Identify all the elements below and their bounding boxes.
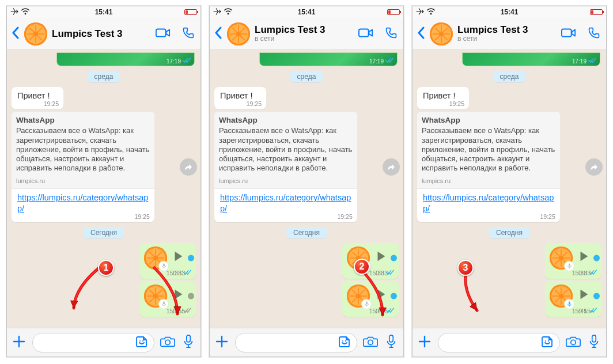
video-call-button[interactable] bbox=[156, 26, 171, 41]
message-time: 15:41 bbox=[167, 308, 191, 316]
message-time: 19:25 bbox=[44, 100, 59, 108]
message-time: 19:25 bbox=[540, 213, 555, 221]
back-button[interactable] bbox=[12, 26, 20, 42]
outgoing-voice-message[interactable]: 0:55 15:41 bbox=[545, 281, 601, 317]
back-button[interactable] bbox=[214, 26, 222, 42]
svg-point-41 bbox=[345, 340, 346, 342]
link-url[interactable]: https://lumpics.ru/category/whatsapp/ bbox=[220, 193, 351, 213]
back-button[interactable] bbox=[417, 26, 425, 42]
date-separator: Сегодня bbox=[286, 227, 327, 238]
attach-button[interactable] bbox=[417, 334, 432, 351]
forward-button[interactable] bbox=[383, 158, 400, 176]
link-preview-card[interactable]: WhatsApp Рассказываем все о WatsApp: как… bbox=[12, 112, 154, 189]
voice-scrubber[interactable] bbox=[593, 293, 600, 299]
message-input[interactable] bbox=[235, 333, 357, 352]
ios-status-bar: 15:41 bbox=[413, 6, 606, 18]
svg-point-23 bbox=[228, 13, 229, 14]
incoming-link-bubble[interactable]: WhatsApp Рассказываем все о WatsApp: как… bbox=[417, 112, 560, 222]
play-button[interactable] bbox=[172, 250, 184, 266]
contact-avatar[interactable] bbox=[430, 22, 453, 46]
outgoing-voice-message[interactable]: 0:33 15:38 bbox=[545, 243, 601, 279]
play-button[interactable] bbox=[374, 250, 387, 266]
outgoing-image-cropped[interactable]: 17:19 bbox=[56, 52, 195, 66]
attach-button[interactable] bbox=[214, 334, 229, 351]
message-input[interactable] bbox=[438, 333, 560, 352]
mic-record-button[interactable] bbox=[586, 334, 601, 351]
message-input[interactable] bbox=[32, 333, 154, 352]
svg-rect-50 bbox=[562, 29, 572, 37]
camera-button[interactable] bbox=[566, 334, 581, 351]
message-time: 19:25 bbox=[247, 100, 262, 108]
attach-button[interactable] bbox=[12, 334, 27, 351]
sticker-button[interactable] bbox=[338, 335, 351, 350]
incoming-link-bubble[interactable]: WhatsApp Рассказываем все о WatsApp: как… bbox=[214, 112, 357, 222]
svg-point-40 bbox=[342, 340, 343, 342]
link-url[interactable]: https://lumpics.ru/category/whatsapp/ bbox=[17, 193, 148, 213]
svg-rect-31 bbox=[366, 264, 368, 267]
outgoing-image-cropped[interactable]: 17:19 bbox=[259, 52, 398, 66]
camera-button[interactable] bbox=[160, 334, 175, 351]
play-button[interactable] bbox=[374, 288, 387, 304]
mic-record-button[interactable] bbox=[181, 334, 196, 351]
contact-title-block[interactable]: Lumpics Test 3 bbox=[52, 28, 151, 40]
message-text: Привет ! bbox=[220, 91, 252, 100]
outgoing-voice-message[interactable]: 0:33 15:38 bbox=[139, 243, 196, 279]
link-preview-card[interactable]: WhatsApp Рассказываем все о WatsApp: как… bbox=[214, 112, 357, 189]
message-text: Привет ! bbox=[17, 91, 50, 100]
sticker-button[interactable] bbox=[135, 335, 148, 350]
link-preview-card[interactable]: WhatsApp Рассказываем все о WatsApp: как… bbox=[417, 112, 560, 189]
outgoing-voice-message[interactable]: 0:55 15:41 bbox=[139, 281, 196, 317]
outgoing-voice-message[interactable]: 0:55 15:41 bbox=[342, 281, 399, 317]
chat-body[interactable]: 17:19 среда Привет ! 19:25 WhatsApp Расс… bbox=[7, 50, 200, 328]
link-preview-description: Рассказываем все о WatsApp: как зарегист… bbox=[219, 126, 353, 173]
voice-avatar bbox=[550, 285, 573, 308]
voice-call-button[interactable] bbox=[586, 26, 601, 41]
contact-title-block[interactable]: Lumpics Test 3 в сети bbox=[255, 24, 354, 43]
contact-title-block[interactable]: Lumpics Test 3 в сети bbox=[457, 24, 557, 43]
forward-button[interactable] bbox=[180, 158, 197, 176]
chat-header: Lumpics Test 3 в сети bbox=[210, 18, 403, 50]
link-preview-domain: lumpics.ru bbox=[422, 177, 555, 185]
svg-point-49 bbox=[439, 32, 444, 36]
forward-button[interactable] bbox=[585, 158, 603, 176]
voice-scrubber[interactable] bbox=[188, 255, 194, 261]
chat-body[interactable]: 17:19 среда Привет ! 19:25 WhatsApp Расс… bbox=[210, 50, 403, 328]
svg-point-12 bbox=[153, 294, 158, 298]
date-separator: среда bbox=[493, 71, 526, 82]
wifi-icon bbox=[224, 8, 233, 17]
play-button[interactable] bbox=[577, 288, 590, 304]
sticker-button[interactable] bbox=[541, 335, 554, 350]
incoming-text-bubble[interactable]: Привет ! 19:25 bbox=[214, 87, 266, 109]
link-url[interactable]: https://lumpics.ru/category/whatsapp/ bbox=[423, 193, 554, 213]
voice-scrubber[interactable] bbox=[391, 293, 397, 299]
outgoing-voice-message[interactable]: 0:33 15:38 bbox=[342, 243, 399, 279]
voice-avatar bbox=[347, 247, 370, 270]
contact-avatar[interactable] bbox=[227, 22, 250, 46]
chat-body[interactable]: 17:19 среда Привет ! 19:25 WhatsApp Расс… bbox=[413, 50, 606, 328]
voice-scrubber[interactable] bbox=[391, 255, 397, 261]
incoming-text-bubble[interactable]: Привет ! 19:25 bbox=[417, 87, 469, 109]
video-call-button[interactable] bbox=[561, 26, 576, 41]
voice-scrubber[interactable] bbox=[188, 293, 194, 299]
svg-point-19 bbox=[165, 340, 170, 344]
clock: 15:41 bbox=[298, 8, 316, 16]
play-button[interactable] bbox=[172, 288, 184, 304]
mic-record-button[interactable] bbox=[384, 334, 399, 351]
outgoing-image-cropped[interactable]: 17:19 bbox=[462, 52, 600, 66]
voice-scrubber[interactable] bbox=[593, 255, 600, 261]
voice-call-button[interactable] bbox=[181, 26, 196, 41]
voice-call-button[interactable] bbox=[384, 26, 399, 41]
incoming-text-bubble[interactable]: Привет ! 19:25 bbox=[12, 87, 63, 109]
incoming-link-bubble[interactable]: WhatsApp Рассказываем все о WatsApp: как… bbox=[12, 112, 154, 222]
camera-button[interactable] bbox=[363, 334, 378, 351]
svg-rect-4 bbox=[156, 29, 166, 37]
clock: 15:41 bbox=[501, 8, 519, 16]
airplane-mode-icon bbox=[213, 8, 221, 17]
play-button[interactable] bbox=[577, 250, 590, 266]
video-call-button[interactable] bbox=[358, 26, 373, 41]
date-separator: Сегодня bbox=[489, 227, 529, 238]
svg-rect-36 bbox=[366, 302, 368, 305]
voice-avatar bbox=[144, 285, 167, 308]
contact-avatar[interactable] bbox=[24, 22, 47, 46]
ios-status-bar: 15:41 bbox=[7, 6, 200, 18]
